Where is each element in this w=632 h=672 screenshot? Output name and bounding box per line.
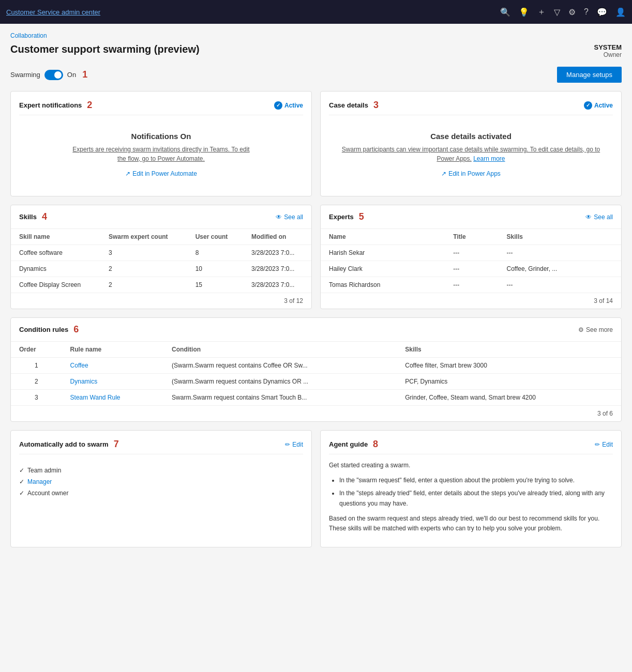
skill-name: Coffee Display Screen: [11, 277, 100, 293]
agent-guide-content: Get started creating a swarm. In the "sw…: [329, 461, 613, 533]
skills-see-all-link[interactable]: 👁 See all: [276, 213, 303, 221]
rules-col-skills: Skills: [397, 342, 621, 358]
system-label: SYSTEM: [594, 43, 622, 51]
table-row: Coffee software 3 8 3/28/2023 7:0...: [11, 245, 311, 261]
experts-col-skills: Skills: [499, 229, 621, 245]
expert-skills: ---: [499, 277, 621, 293]
case-details-card-title: Case details activated: [334, 132, 608, 141]
auto-add-card: Automatically add to swarm 7 ✏ Edit ✓ Te…: [10, 430, 312, 547]
experts-step: 5: [359, 211, 364, 222]
gear-see-more-icon: ⚙: [578, 326, 584, 333]
agent-guide-footer: Based on the swarm request and steps alr…: [329, 514, 613, 533]
question-icon[interactable]: ?: [584, 7, 589, 17]
experts-table-header-row: Name Title Skills: [321, 229, 621, 245]
main-content: Collaboration Customer support swarming …: [0, 24, 632, 564]
notif-title: Notifications On: [24, 132, 298, 141]
edit-power-apps-link[interactable]: ↗ Edit in Power Apps: [441, 170, 501, 177]
skill-user-count: 8: [187, 245, 243, 261]
list-item: In the "swarm request" field, enter a qu…: [339, 476, 613, 485]
rules-col-condition: Condition: [163, 342, 397, 358]
rule-name[interactable]: Dynamics: [62, 374, 163, 390]
list-item: ✓ Account owner: [19, 487, 303, 499]
skill-expert-count: 2: [100, 277, 187, 293]
auto-add-edit-icon: ✏: [285, 441, 290, 448]
chat-icon[interactable]: 💬: [597, 7, 607, 17]
lightbulb-icon[interactable]: 💡: [519, 7, 529, 17]
swarming-toggle[interactable]: [44, 70, 63, 80]
condition-rules-title: Condition rules: [19, 326, 68, 333]
bottom-row: Automatically add to swarm 7 ✏ Edit ✓ Te…: [10, 430, 622, 547]
rule-order: 1: [11, 358, 62, 374]
expert-skills: Coffee, Grinder, ...: [499, 261, 621, 277]
skill-expert-count: 2: [100, 261, 187, 277]
skills-footer: 3 of 12: [11, 293, 311, 309]
condition-rules-see-more-link[interactable]: ⚙ See more: [578, 326, 613, 333]
rule-skills: Coffee filter, Smart brew 3000: [397, 358, 621, 374]
expert-title: ---: [445, 245, 498, 261]
experts-eye-icon: 👁: [585, 213, 592, 221]
auto-add-list: ✓ Team admin✓ Manager✓ Account owner: [19, 461, 303, 503]
skill-expert-count: 3: [100, 245, 187, 261]
rules-col-name: Rule name: [62, 342, 163, 358]
skills-step: 4: [42, 211, 47, 222]
skill-user-count: 15: [187, 277, 243, 293]
table-row: Tomas Richardson --- ---: [321, 277, 621, 293]
condition-rules-section: Condition rules 6 ⚙ See more Order Rule …: [10, 317, 622, 422]
case-active-check-icon: ✓: [584, 101, 592, 110]
rule-name[interactable]: Steam Wand Rule: [62, 390, 163, 406]
agent-guide-edit-icon: ✏: [595, 441, 600, 448]
table-row: 1 Coffee (Swarm.Swarm request contains C…: [11, 358, 621, 374]
auto-add-edit-label: Edit: [292, 441, 303, 448]
expert-name: Harish Sekar: [321, 245, 445, 261]
check-icon: ✓: [19, 490, 24, 497]
case-learn-more-link[interactable]: Learn more: [473, 154, 505, 163]
expert-skills: ---: [499, 245, 621, 261]
nav-icons: 🔍 💡 ＋ ▽ ⚙ ? 💬 👤: [500, 7, 626, 18]
swarming-label: Swarming: [10, 71, 40, 79]
manage-setups-button[interactable]: Manage setups: [557, 67, 622, 83]
auto-add-item-label: Team admin: [27, 467, 61, 474]
owner-label: Owner: [594, 51, 622, 58]
case-details-active-badge: ✓ Active: [584, 101, 613, 110]
top-navigation: Customer Service admin center 🔍 💡 ＋ ▽ ⚙ …: [0, 0, 632, 24]
agent-guide-edit-link[interactable]: ✏ Edit: [595, 441, 613, 448]
table-row: 3 Steam Wand Rule Swarm.Swarm request co…: [11, 390, 621, 406]
expert-notifications-card: Expert notifications 2 ✓ Active Notifica…: [10, 91, 312, 196]
case-details-title-group: Case details 3: [329, 100, 379, 111]
plus-icon[interactable]: ＋: [537, 7, 546, 18]
edit-power-automate-link[interactable]: ↗ Edit in Power Automate: [125, 170, 197, 177]
condition-rules-table: Order Rule name Condition Skills 1 Coffe…: [11, 342, 621, 406]
rules-col-order: Order: [11, 342, 62, 358]
settings-icon[interactable]: ⚙: [568, 7, 576, 17]
agent-guide-title-group: Agent guide 8: [329, 439, 378, 450]
expert-title: ---: [445, 261, 498, 277]
expert-name: Hailey Clark: [321, 261, 445, 277]
skills-table-header-row: Skill name Swarm expert count User count…: [11, 229, 311, 245]
skill-modified: 3/28/2023 7:0...: [243, 245, 311, 261]
expert-notifications-status: Active: [284, 102, 303, 109]
skill-user-count: 10: [187, 261, 243, 277]
person-icon[interactable]: 👤: [615, 7, 626, 17]
rule-name[interactable]: Coffee: [62, 358, 163, 374]
skills-col-expert-count: Swarm expert count: [100, 229, 187, 245]
rule-order: 3: [11, 390, 62, 406]
skill-modified: 3/28/2023 7:0...: [243, 261, 311, 277]
skills-section: Skills 4 👁 See all Skill name Swarm expe…: [10, 205, 312, 309]
experts-see-all-link[interactable]: 👁 See all: [585, 213, 613, 221]
app-title[interactable]: Customer Service admin center: [6, 8, 496, 16]
auto-add-step: 7: [114, 439, 119, 450]
expert-name: Tomas Richardson: [321, 277, 445, 293]
page-title: Customer support swarming (preview): [10, 43, 200, 55]
case-details-content: Case details activated Swarm participant…: [329, 121, 613, 188]
auto-add-edit-link[interactable]: ✏ Edit: [285, 441, 303, 448]
condition-rules-see-more-label: See more: [586, 326, 613, 333]
breadcrumb[interactable]: Collaboration: [10, 32, 622, 39]
list-item: In the "steps already tried" field, ente…: [339, 488, 613, 508]
filter-icon[interactable]: ▽: [554, 7, 560, 17]
case-details-desc-text: Swarm participants can view important ca…: [342, 146, 600, 162]
condition-rules-footer: 3 of 6: [11, 406, 621, 421]
rule-condition: Swarm.Swarm request contains Smart Touch…: [163, 390, 397, 406]
search-icon[interactable]: 🔍: [500, 7, 510, 17]
skills-see-all-label: See all: [284, 213, 303, 221]
external-link-icon: ↗: [125, 170, 130, 177]
